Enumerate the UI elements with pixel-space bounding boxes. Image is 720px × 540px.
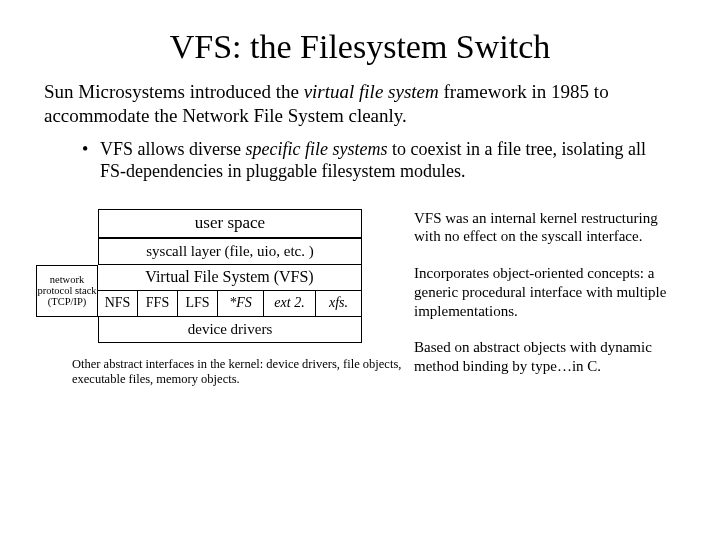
diagram-middle-row: network protocol stack (TCP/IP) Virtual … xyxy=(36,265,362,317)
slide-title: VFS: the Filesystem Switch xyxy=(0,28,720,66)
bullet-pre: VFS allows diverse xyxy=(100,139,246,159)
intro-italic: virtual file system xyxy=(304,81,439,102)
vfs-column: Virtual File System (VFS) NFS FFS LFS *F… xyxy=(98,265,362,317)
diagram-caption: Other abstract interfaces in the kernel:… xyxy=(72,357,402,388)
diagram-column: user space syscall layer (file, uio, etc… xyxy=(0,209,396,394)
box-device-drivers: device drivers xyxy=(98,317,362,343)
fs-row: NFS FFS LFS *FS ext 2. xfs. xyxy=(98,291,362,317)
note-2: Incorporates object-oriented concepts: a… xyxy=(414,264,680,320)
notes-column: VFS was an internal kernel restructuring… xyxy=(396,209,720,394)
bullet-item: VFS allows diverse specific file systems… xyxy=(100,138,660,183)
bullet-italic: specific file systems xyxy=(246,139,388,159)
box-fs-xfs: xfs. xyxy=(316,291,362,317)
box-fs-nfs: NFS xyxy=(98,291,138,317)
note-1: VFS was an internal kernel restructuring… xyxy=(414,209,680,247)
box-fs-lfs: LFS xyxy=(178,291,218,317)
lower-section: user space syscall layer (file, uio, etc… xyxy=(0,209,720,394)
box-fs-star: *FS xyxy=(218,291,264,317)
vfs-diagram: user space syscall layer (file, uio, etc… xyxy=(36,209,362,343)
intro-pre: Sun Microsystems introduced the xyxy=(44,81,304,102)
box-user-space: user space xyxy=(98,209,362,239)
box-fs-ext2: ext 2. xyxy=(264,291,316,317)
intro-paragraph: Sun Microsystems introduced the virtual … xyxy=(44,80,676,128)
box-syscall-layer: syscall layer (file, uio, etc. ) xyxy=(98,239,362,265)
box-fs-ffs: FFS xyxy=(138,291,178,317)
box-vfs: Virtual File System (VFS) xyxy=(98,265,362,291)
box-network-stack: network protocol stack (TCP/IP) xyxy=(36,265,98,317)
note-3: Based on abstract objects with dynamic m… xyxy=(414,338,680,376)
